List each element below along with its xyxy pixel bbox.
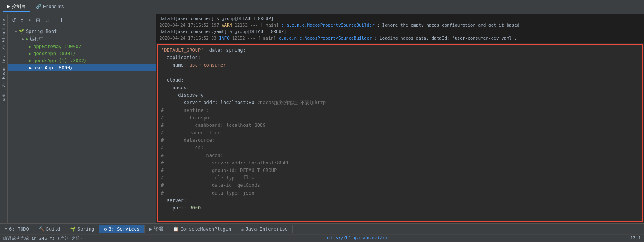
tab-consolemaven[interactable]: 📋 ConsoleMavenPlugin (168, 225, 236, 233)
tree-item-userapp[interactable]: ▶ userApp :8000/ (8, 64, 156, 71)
log-message2: : Loading nacos data, dataId: 'user-cons… (372, 36, 517, 41)
cursor-position: 13:1 (630, 235, 641, 241)
toolbar-separator (54, 17, 54, 23)
tree-item-goodsapp1[interactable]: ▶ goodsApp (1) :8002/ (8, 57, 156, 64)
log-pid: 12152 --- [ main] (232, 23, 281, 28)
status-bar: 编译成功完成 in 246 ms (片刻 之前) https://blog.cs… (0, 234, 644, 242)
tab-console[interactable]: ▶ 控制台 (3, 2, 30, 12)
app-run-icon2: ▶ (29, 51, 32, 56)
log-message: : Ignore the empty nacos configuration a… (375, 23, 520, 28)
code-line-7: discovery: (161, 92, 639, 99)
endpoints-icon: 🔗 (36, 4, 41, 9)
javaenterprise-icon: ☕ (241, 226, 244, 232)
code-overlay: 'DEFAULT_GROUP', data: spring: applicati… (156, 43, 644, 223)
vtab-2-favorites[interactable]: 2: Favorites (0, 53, 7, 90)
code-line-13: # datasource: (161, 137, 639, 144)
services-panel: ↺ ≡ ≈ ⊞ ⊿ + ▼ 🌱 Spring Boot ▶ ▶ 运行中 ▶ (8, 14, 156, 223)
group-button[interactable]: ⊞ (34, 16, 42, 24)
code-content[interactable]: 'DEFAULT_GROUP', data: spring: applicati… (156, 43, 644, 223)
services-tree: ▼ 🌱 Spring Boot ▶ ▶ 运行中 ▶ appGateWay :90… (8, 26, 156, 223)
spring-icon: 🌱 (70, 226, 76, 232)
code-line-1: 'DEFAULT_GROUP', data: spring: (161, 47, 639, 54)
tab-javaenterprise[interactable]: ☕ Java Enterprise (236, 225, 293, 233)
running-arrow-icon: ▶ (22, 37, 24, 41)
tab-endpoints[interactable]: 🔗 Endpoints (32, 2, 68, 12)
log-info-label: INFO (219, 36, 230, 41)
code-line-5: cloud: (161, 77, 639, 84)
log-class-link[interactable]: c.a.c.n.c.NacosPropertySourceBuilder (281, 23, 374, 28)
vertical-tabs: Z: Structure 2: Favorites Web (0, 14, 8, 223)
code-line-12: # eager: true (161, 129, 639, 137)
arrow-icon: ▼ (15, 29, 17, 34)
filter-button[interactable]: ⊿ (43, 16, 51, 24)
code-line-3: name: user-consumer (161, 61, 639, 69)
services-icon: ⚙ (104, 226, 107, 232)
code-line-21: server: (161, 197, 639, 204)
log-class-link2[interactable]: c.a.c.n.c.NacosPropertySourceBuilder (279, 36, 372, 41)
code-line-20: # data-type: json (161, 190, 639, 197)
log-line-1: dataId[user-consumer] & group[DEFAULT_GR… (160, 16, 641, 22)
log-timestamp2: 2020-04-24 17:16:52.93 (160, 36, 219, 41)
top-toolbar: ▶ 控制台 🔗 Endpoints (0, 0, 644, 14)
tab-build[interactable]: 🔨 Build (34, 225, 65, 233)
code-line-17: # group-id: DEFAULT_GROUP (161, 167, 639, 174)
code-line-22: port: 8000 (161, 204, 639, 212)
code-line-2: application: (161, 54, 639, 61)
code-line-9: # sentinel: (161, 107, 639, 114)
code-line-19: # data-id: getGoods (161, 182, 639, 189)
tab-services[interactable]: ⚙ 8: Services (99, 225, 145, 233)
code-line-11: # dashboard: localhost:8089 (161, 122, 639, 129)
run-icon: ▶ (26, 37, 28, 41)
log-area: dataId[user-consumer] & group[DEFAULT_GR… (156, 14, 644, 43)
log-line-2: 2020-04-24 17:16:52.197 WARN 12152 --- [… (160, 22, 641, 29)
tree-item-running[interactable]: ▶ ▶ 运行中 (8, 35, 156, 43)
tab-todo[interactable]: ≡ 6: TODO (0, 225, 34, 233)
tab-terminal[interactable]: ▶ 终端 (145, 224, 168, 234)
tab-spring[interactable]: 🌱 Spring (65, 225, 99, 233)
app-run-icon: ▶ (29, 44, 32, 49)
log-line-4: 2020-04-24 17:16:52.93 INFO 12152 --- [ … (160, 35, 641, 42)
bottom-tabs: ≡ 6: TODO 🔨 Build 🌱 Spring ⚙ 8: Services… (0, 224, 644, 234)
code-line-14: # ds: (161, 144, 639, 152)
code-line-6: nacos: (161, 84, 639, 92)
bottom-bar: ≡ 6: TODO 🔨 Build 🌱 Spring ⚙ 8: Services… (0, 223, 644, 234)
log-timestamp: 2020-04-24 17:16:52.197 (160, 23, 222, 28)
app-run-icon3: ▶ (29, 58, 32, 63)
expand-all-button[interactable]: ≈ (27, 16, 33, 24)
log-pid2: 12152 --- [ main] (230, 36, 279, 41)
code-line-10: # transport: (161, 114, 639, 122)
terminal-icon: ▶ (149, 226, 152, 232)
status-message: 编译成功完成 in 246 ms (片刻 之前) (3, 235, 83, 241)
tree-item-goodsapp[interactable]: ▶ goodsApp :8001/ (8, 50, 156, 57)
vtab-web[interactable]: Web (0, 90, 7, 105)
code-line-18: # rule-type: flow (161, 174, 639, 182)
app-run-icon4: ▶ (29, 65, 32, 70)
status-link[interactable]: https://blog.csdn.net/xx (325, 235, 387, 241)
services-toolbar: ↺ ≡ ≈ ⊞ ⊿ + (8, 14, 156, 26)
build-icon: 🔨 (39, 226, 45, 232)
vtab-z-structure[interactable]: Z: Structure (0, 16, 7, 53)
log-warn-label: WARN (222, 23, 232, 28)
code-line-8: server-addr: localhost:80 #nacos服务的地址 不要… (161, 99, 639, 107)
spring-boot-icon: 🌱 (19, 29, 24, 34)
code-line-16: # server-addr: localhost:8849 (161, 159, 639, 167)
todo-icon: ≡ (5, 226, 7, 232)
consolemaven-icon: 📋 (173, 226, 179, 232)
code-line-15: # nacos: (161, 152, 639, 159)
refresh-button[interactable]: ↺ (10, 16, 18, 24)
collapse-all-button[interactable]: ≡ (19, 16, 25, 24)
tree-item-spring-boot[interactable]: ▼ 🌱 Spring Boot (8, 28, 156, 35)
right-panel: dataId[user-consumer] & group[DEFAULT_GR… (156, 14, 644, 223)
log-line-3: dataId[user-consumer.yaml] & group[DEFAU… (160, 29, 641, 35)
code-line-4 (161, 69, 639, 77)
console-icon: ▶ (7, 4, 10, 9)
main-area: Z: Structure 2: Favorites Web ↺ ≡ ≈ ⊞ ⊿ … (0, 14, 644, 223)
tree-item-appgateway[interactable]: ▶ appGateWay :9000/ (8, 43, 156, 50)
add-button[interactable]: + (57, 16, 66, 24)
